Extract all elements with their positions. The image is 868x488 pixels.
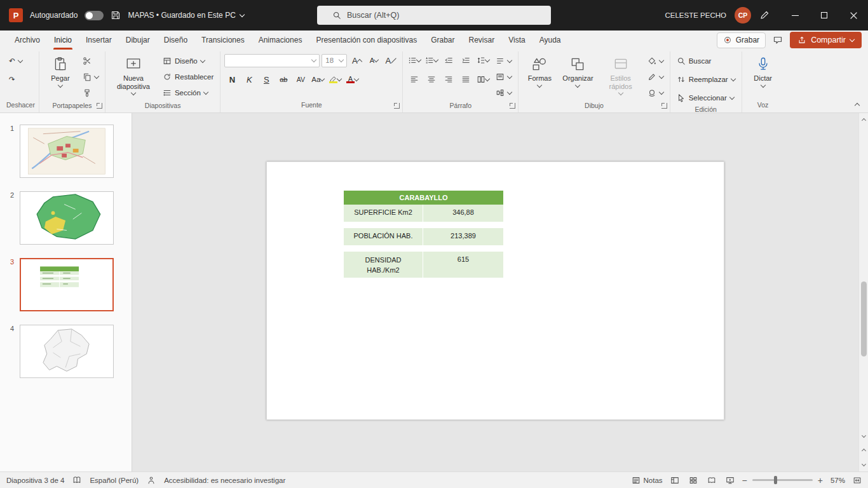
zoom-out-button[interactable]: − <box>742 476 747 485</box>
portapapeles-dialog-launcher-icon[interactable] <box>97 103 102 109</box>
pen-mode-icon[interactable] <box>759 10 770 20</box>
convert-to-smartart-button[interactable] <box>493 85 514 100</box>
previous-slide-button[interactable] <box>862 445 865 454</box>
tab-transiciones[interactable]: Transiciones <box>194 30 252 50</box>
shape-outline-button[interactable] <box>645 69 666 85</box>
tab-inicio[interactable]: Inicio <box>47 30 79 50</box>
zoom-in-button[interactable]: + <box>818 476 823 485</box>
clear-formatting-button[interactable]: A <box>383 53 398 68</box>
table-cell-value[interactable]: 213,389 <box>423 228 503 245</box>
decrease-indent-button[interactable] <box>441 53 456 68</box>
formas-button[interactable]: Formas <box>522 53 557 88</box>
change-case-button[interactable]: Aa <box>310 72 325 87</box>
tab-ayuda[interactable]: Ayuda <box>532 30 568 50</box>
zoom-slider-thumb[interactable] <box>774 476 777 484</box>
highlight-color-button[interactable] <box>327 72 342 87</box>
slide-thumbnail-1[interactable] <box>20 125 114 178</box>
compartir-button[interactable]: Compartir <box>790 32 862 48</box>
table-cell-label[interactable]: SUPERFICIE Km2 <box>344 205 423 222</box>
cut-button[interactable] <box>80 53 94 69</box>
underline-button[interactable]: S <box>259 72 274 87</box>
fuente-dialog-launcher-icon[interactable] <box>394 103 400 109</box>
bullets-button[interactable] <box>407 53 422 68</box>
scrollbar-thumb[interactable] <box>861 281 867 356</box>
editor-canvas[interactable]: CARABAYLLO SUPERFICIE Km2 346,88 POBLACI… <box>132 113 858 471</box>
slide-3-canvas[interactable]: CARABAYLLO SUPERFICIE Km2 346,88 POBLACI… <box>266 161 724 420</box>
slide-thumbnail-3-selected[interactable] <box>20 258 114 311</box>
parrafo-dialog-launcher-icon[interactable] <box>510 103 515 109</box>
accessibility-person-icon[interactable] <box>147 476 156 485</box>
scroll-up-button[interactable] <box>859 115 868 124</box>
table-cell-value[interactable]: 346,88 <box>423 205 503 222</box>
district-table[interactable]: CARABAYLLO SUPERFICIE Km2 346,88 POBLACI… <box>344 191 503 278</box>
line-spacing-button[interactable] <box>475 53 491 68</box>
tab-animaciones[interactable]: Animaciones <box>252 30 309 50</box>
vertical-scrollbar[interactable] <box>858 113 868 471</box>
scroll-down-button[interactable] <box>859 431 868 440</box>
pegar-button[interactable]: Pegar <box>43 53 78 88</box>
zoom-level[interactable]: 57% <box>831 477 845 484</box>
text-direction-button[interactable] <box>493 53 514 69</box>
redo-button[interactable]: ↷ <box>6 71 18 87</box>
scrollbar-track[interactable] <box>859 124 868 431</box>
document-title[interactable]: MAPAS • Guardado en Este PC <box>128 11 243 20</box>
dictar-button[interactable]: Dictar <box>746 53 780 88</box>
strikethrough-button[interactable]: ab <box>276 72 291 87</box>
bold-button[interactable]: N <box>224 72 240 87</box>
tab-archivo[interactable]: Archivo <box>8 30 47 50</box>
font-size-combo[interactable]: 18 <box>322 54 347 67</box>
restablecer-button[interactable]: Restablecer <box>160 69 216 85</box>
slide-thumbnail-4[interactable] <box>20 325 114 378</box>
zoom-slider[interactable] <box>752 479 813 481</box>
notes-button[interactable]: Notas <box>632 476 663 485</box>
tab-dibujar[interactable]: Dibujar <box>119 30 157 50</box>
search-box[interactable]: Buscar (Alt+Q) <box>317 6 551 25</box>
tab-grabar[interactable]: Grabar <box>424 30 461 50</box>
align-center-button[interactable] <box>424 72 439 87</box>
font-color-button[interactable]: A <box>344 72 360 87</box>
slide-sorter-icon[interactable] <box>689 476 698 485</box>
table-cell-value[interactable]: 615 <box>423 252 503 278</box>
format-painter-button[interactable] <box>80 85 94 100</box>
powerpoint-logo-icon[interactable]: P <box>9 8 23 22</box>
normal-view-icon[interactable] <box>670 476 679 485</box>
italic-button[interactable]: K <box>241 72 257 87</box>
collapse-ribbon-button[interactable] <box>855 103 860 108</box>
maximize-button[interactable] <box>810 0 839 30</box>
diseno-button[interactable]: Diseño <box>160 53 207 69</box>
next-slide-button[interactable] <box>862 460 865 469</box>
save-icon[interactable] <box>111 10 121 20</box>
table-cell-label[interactable]: DENSIDAD HAB./Km2 <box>344 252 423 278</box>
shrink-font-button[interactable]: A <box>366 53 381 68</box>
columns-button[interactable] <box>475 72 491 87</box>
shape-fill-button[interactable] <box>645 53 666 69</box>
close-button[interactable] <box>839 0 868 30</box>
slide-counter[interactable]: Diapositiva 3 de 4 <box>6 477 64 484</box>
shape-effects-button[interactable] <box>645 85 666 100</box>
tab-vista[interactable]: Vista <box>501 30 532 50</box>
tab-presentacion[interactable]: Presentación con diapositivas <box>309 30 424 50</box>
buscar-button[interactable]: Buscar <box>674 53 714 69</box>
dibujo-dialog-launcher-icon[interactable] <box>661 103 667 109</box>
estilos-rapidos-button[interactable]: Estilos rápidos <box>599 53 642 96</box>
grow-font-button[interactable]: A <box>349 53 364 68</box>
language-status[interactable]: Español (Perú) <box>90 477 139 484</box>
organizar-button[interactable]: Organizar <box>559 53 596 88</box>
reading-view-icon[interactable] <box>707 476 716 485</box>
grabar-button[interactable]: Grabar <box>717 32 766 48</box>
table-title[interactable]: CARABAYLLO <box>344 191 503 205</box>
increase-indent-button[interactable] <box>458 53 473 68</box>
table-cell-label[interactable]: POBLACIÓN HAB. <box>344 228 423 245</box>
minimize-button[interactable] <box>780 0 810 30</box>
font-name-combo[interactable] <box>224 54 320 67</box>
character-spacing-button[interactable]: AV <box>293 72 308 87</box>
align-text-button[interactable] <box>493 69 514 85</box>
tab-insertar[interactable]: Insertar <box>79 30 119 50</box>
reemplazar-button[interactable]: Reemplazar <box>674 71 738 87</box>
slide-thumbnail-2[interactable] <box>20 191 114 245</box>
accessibility-status[interactable]: Accesibilidad: es necesario investigar <box>164 477 285 484</box>
avatar[interactable]: CP <box>735 7 751 24</box>
justify-button[interactable] <box>458 72 473 87</box>
comments-icon[interactable] <box>773 35 783 45</box>
numbering-button[interactable] <box>424 53 439 68</box>
